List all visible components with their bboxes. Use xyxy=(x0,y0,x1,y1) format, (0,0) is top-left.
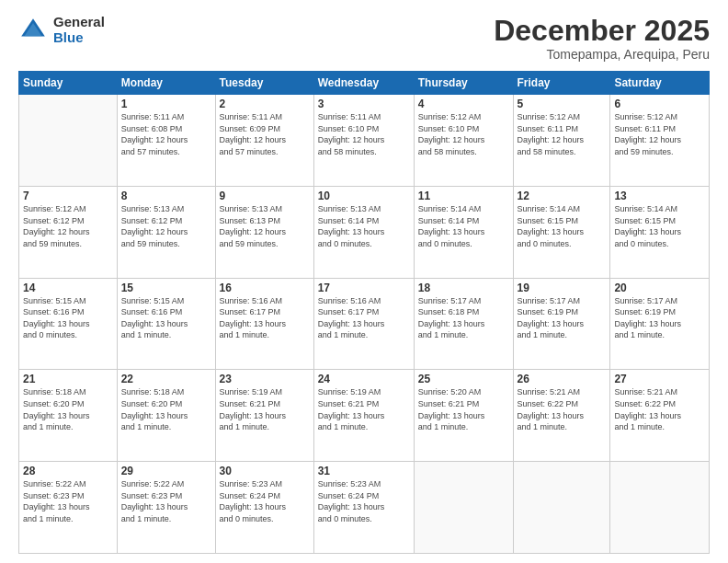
page-header: General Blue December 2025 Tomepampa, Ar… xyxy=(18,15,710,62)
calendar-cell: 23Sunrise: 5:19 AM Sunset: 6:21 PM Dayli… xyxy=(215,370,313,462)
calendar-cell: 2Sunrise: 5:11 AM Sunset: 6:09 PM Daylig… xyxy=(215,95,313,187)
calendar-cell: 12Sunrise: 5:14 AM Sunset: 6:15 PM Dayli… xyxy=(513,186,610,278)
day-info: Sunrise: 5:18 AM Sunset: 6:20 PM Dayligh… xyxy=(23,386,113,432)
day-number: 30 xyxy=(220,465,310,477)
day-number: 31 xyxy=(318,465,410,477)
day-info: Sunrise: 5:12 AM Sunset: 6:11 PM Dayligh… xyxy=(614,111,705,157)
logo: General Blue xyxy=(18,15,105,45)
day-number: 25 xyxy=(418,373,509,385)
day-info: Sunrise: 5:12 AM Sunset: 6:11 PM Dayligh… xyxy=(518,111,607,157)
calendar-table: SundayMondayTuesdayWednesdayThursdayFrid… xyxy=(18,71,710,554)
day-info: Sunrise: 5:22 AM Sunset: 6:23 PM Dayligh… xyxy=(23,478,113,524)
calendar-cell: 20Sunrise: 5:17 AM Sunset: 6:19 PM Dayli… xyxy=(610,278,710,370)
calendar-cell: 11Sunrise: 5:14 AM Sunset: 6:14 PM Dayli… xyxy=(414,186,513,278)
day-number: 4 xyxy=(418,98,509,110)
calendar-cell: 30Sunrise: 5:23 AM Sunset: 6:24 PM Dayli… xyxy=(215,462,313,554)
day-info: Sunrise: 5:14 AM Sunset: 6:15 PM Dayligh… xyxy=(614,203,705,249)
calendar-cell: 27Sunrise: 5:21 AM Sunset: 6:22 PM Dayli… xyxy=(610,370,710,462)
day-info: Sunrise: 5:13 AM Sunset: 6:12 PM Dayligh… xyxy=(121,203,211,249)
calendar-cell: 19Sunrise: 5:17 AM Sunset: 6:19 PM Dayli… xyxy=(513,278,610,370)
calendar-cell xyxy=(19,95,118,187)
day-number: 14 xyxy=(23,282,113,294)
day-info: Sunrise: 5:15 AM Sunset: 6:16 PM Dayligh… xyxy=(23,295,113,341)
day-info: Sunrise: 5:19 AM Sunset: 6:21 PM Dayligh… xyxy=(220,386,310,432)
calendar-cell: 28Sunrise: 5:22 AM Sunset: 6:23 PM Dayli… xyxy=(19,462,118,554)
day-info: Sunrise: 5:17 AM Sunset: 6:18 PM Dayligh… xyxy=(418,295,509,341)
day-number: 10 xyxy=(318,190,410,202)
calendar-cell: 6Sunrise: 5:12 AM Sunset: 6:11 PM Daylig… xyxy=(610,95,710,187)
day-number: 24 xyxy=(318,373,410,385)
calendar-cell: 15Sunrise: 5:15 AM Sunset: 6:16 PM Dayli… xyxy=(117,278,215,370)
day-number: 20 xyxy=(614,282,705,294)
day-number: 13 xyxy=(614,190,705,202)
day-number: 5 xyxy=(518,98,607,110)
day-number: 19 xyxy=(518,282,607,294)
day-number: 6 xyxy=(614,98,705,110)
day-number: 1 xyxy=(121,98,211,110)
day-info: Sunrise: 5:17 AM Sunset: 6:19 PM Dayligh… xyxy=(614,295,705,341)
day-header-wednesday: Wednesday xyxy=(313,72,414,95)
calendar-cell: 18Sunrise: 5:17 AM Sunset: 6:18 PM Dayli… xyxy=(414,278,513,370)
day-header-friday: Friday xyxy=(513,72,610,95)
calendar-cell: 9Sunrise: 5:13 AM Sunset: 6:13 PM Daylig… xyxy=(215,186,313,278)
day-header-thursday: Thursday xyxy=(414,72,513,95)
calendar-cell xyxy=(414,462,513,554)
calendar-cell: 1Sunrise: 5:11 AM Sunset: 6:08 PM Daylig… xyxy=(117,95,215,187)
day-number: 29 xyxy=(121,465,211,477)
day-number: 3 xyxy=(318,98,410,110)
calendar-cell: 21Sunrise: 5:18 AM Sunset: 6:20 PM Dayli… xyxy=(19,370,118,462)
day-header-tuesday: Tuesday xyxy=(215,72,313,95)
day-header-saturday: Saturday xyxy=(610,72,710,95)
day-info: Sunrise: 5:11 AM Sunset: 6:10 PM Dayligh… xyxy=(318,111,410,157)
calendar-cell xyxy=(513,462,610,554)
day-number: 23 xyxy=(220,373,310,385)
day-info: Sunrise: 5:23 AM Sunset: 6:24 PM Dayligh… xyxy=(318,478,410,524)
calendar-cell: 8Sunrise: 5:13 AM Sunset: 6:12 PM Daylig… xyxy=(117,186,215,278)
location-subtitle: Tomepampa, Arequipa, Peru xyxy=(494,47,710,62)
day-number: 12 xyxy=(518,190,607,202)
calendar-cell: 13Sunrise: 5:14 AM Sunset: 6:15 PM Dayli… xyxy=(610,186,710,278)
day-info: Sunrise: 5:20 AM Sunset: 6:21 PM Dayligh… xyxy=(418,386,509,432)
calendar-cell: 16Sunrise: 5:16 AM Sunset: 6:17 PM Dayli… xyxy=(215,278,313,370)
day-number: 9 xyxy=(220,190,310,202)
day-number: 17 xyxy=(318,282,410,294)
calendar-cell: 31Sunrise: 5:23 AM Sunset: 6:24 PM Dayli… xyxy=(313,462,414,554)
day-number: 16 xyxy=(220,282,310,294)
calendar-cell: 14Sunrise: 5:15 AM Sunset: 6:16 PM Dayli… xyxy=(19,278,118,370)
day-number: 11 xyxy=(418,190,509,202)
calendar-cell: 10Sunrise: 5:13 AM Sunset: 6:14 PM Dayli… xyxy=(313,186,414,278)
day-info: Sunrise: 5:15 AM Sunset: 6:16 PM Dayligh… xyxy=(121,295,211,341)
calendar-cell: 26Sunrise: 5:21 AM Sunset: 6:22 PM Dayli… xyxy=(513,370,610,462)
calendar-cell: 24Sunrise: 5:19 AM Sunset: 6:21 PM Dayli… xyxy=(313,370,414,462)
month-title: December 2025 xyxy=(494,15,710,47)
day-info: Sunrise: 5:13 AM Sunset: 6:13 PM Dayligh… xyxy=(220,203,310,249)
calendar-cell: 29Sunrise: 5:22 AM Sunset: 6:23 PM Dayli… xyxy=(117,462,215,554)
logo-blue: Blue xyxy=(53,30,105,46)
day-info: Sunrise: 5:16 AM Sunset: 6:17 PM Dayligh… xyxy=(318,295,410,341)
day-number: 15 xyxy=(121,282,211,294)
day-number: 2 xyxy=(220,98,310,110)
day-info: Sunrise: 5:11 AM Sunset: 6:08 PM Dayligh… xyxy=(121,111,211,157)
calendar-cell: 25Sunrise: 5:20 AM Sunset: 6:21 PM Dayli… xyxy=(414,370,513,462)
day-number: 28 xyxy=(23,465,113,477)
day-info: Sunrise: 5:14 AM Sunset: 6:14 PM Dayligh… xyxy=(418,203,509,249)
day-info: Sunrise: 5:21 AM Sunset: 6:22 PM Dayligh… xyxy=(518,386,607,432)
day-header-monday: Monday xyxy=(117,72,215,95)
day-info: Sunrise: 5:12 AM Sunset: 6:12 PM Dayligh… xyxy=(23,203,113,249)
day-info: Sunrise: 5:23 AM Sunset: 6:24 PM Dayligh… xyxy=(220,478,310,524)
calendar-cell xyxy=(610,462,710,554)
calendar-cell: 7Sunrise: 5:12 AM Sunset: 6:12 PM Daylig… xyxy=(19,186,118,278)
logo-general: General xyxy=(53,15,105,30)
day-info: Sunrise: 5:13 AM Sunset: 6:14 PM Dayligh… xyxy=(318,203,410,249)
day-info: Sunrise: 5:16 AM Sunset: 6:17 PM Dayligh… xyxy=(220,295,310,341)
day-number: 27 xyxy=(614,373,705,385)
logo-icon xyxy=(18,16,48,45)
day-info: Sunrise: 5:19 AM Sunset: 6:21 PM Dayligh… xyxy=(318,386,410,432)
calendar-cell: 3Sunrise: 5:11 AM Sunset: 6:10 PM Daylig… xyxy=(313,95,414,187)
day-info: Sunrise: 5:12 AM Sunset: 6:10 PM Dayligh… xyxy=(418,111,509,157)
day-info: Sunrise: 5:18 AM Sunset: 6:20 PM Dayligh… xyxy=(121,386,211,432)
day-info: Sunrise: 5:17 AM Sunset: 6:19 PM Dayligh… xyxy=(518,295,607,341)
calendar-cell: 22Sunrise: 5:18 AM Sunset: 6:20 PM Dayli… xyxy=(117,370,215,462)
day-number: 8 xyxy=(121,190,211,202)
day-header-sunday: Sunday xyxy=(19,72,118,95)
